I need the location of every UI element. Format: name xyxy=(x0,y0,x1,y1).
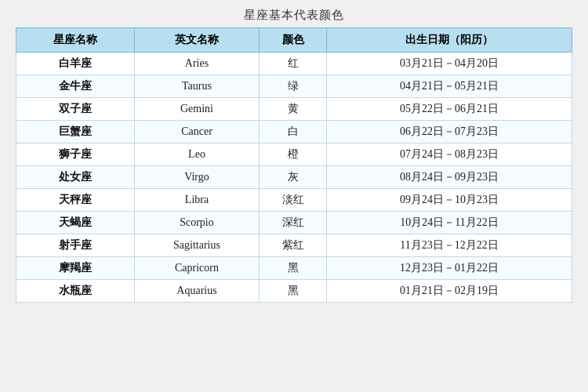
table-row: 射手座Sagittarius紫红11月23日－12月22日 xyxy=(16,234,572,257)
cell-english: Leo xyxy=(134,143,260,166)
cell-date: 03月21日－04月20日 xyxy=(327,53,572,75)
header-chinese: 星座名称 xyxy=(16,28,135,53)
cell-chinese: 白羊座 xyxy=(16,53,135,75)
table-header-row: 星座名称 英文名称 颜色 出生日期（阳历） xyxy=(16,28,572,53)
table-row: 摩羯座Capricorn黑12月23日－01月22日 xyxy=(16,257,572,280)
cell-date: 06月22日－07月23日 xyxy=(327,121,572,143)
cell-color: 绿 xyxy=(260,75,327,98)
cell-date: 09月24日－10月23日 xyxy=(327,189,572,212)
cell-chinese: 处女座 xyxy=(16,166,135,189)
cell-color: 黄 xyxy=(260,98,327,121)
table-row: 白羊座Aries红03月21日－04月20日 xyxy=(16,53,572,75)
cell-english: Capricorn xyxy=(134,257,260,280)
cell-color: 紫红 xyxy=(260,234,327,257)
cell-english: Aries xyxy=(134,53,260,75)
header-date: 出生日期（阳历） xyxy=(327,28,572,53)
cell-chinese: 射手座 xyxy=(16,234,135,257)
cell-chinese: 天蝎座 xyxy=(16,212,135,234)
cell-date: 07月24日－08月23日 xyxy=(327,143,572,166)
table-row: 金牛座Taurus绿04月21日－05月21日 xyxy=(16,75,572,98)
cell-date: 04月21日－05月21日 xyxy=(327,75,572,98)
zodiac-table: 星座名称 英文名称 颜色 出生日期（阳历） 白羊座Aries红03月21日－04… xyxy=(16,27,572,303)
cell-color: 黑 xyxy=(260,280,327,303)
header-color: 颜色 xyxy=(260,28,327,53)
cell-english: Gemini xyxy=(134,98,260,121)
cell-english: Sagittarius xyxy=(134,234,260,257)
cell-english: Taurus xyxy=(134,75,260,98)
cell-chinese: 摩羯座 xyxy=(16,257,135,280)
cell-color: 橙 xyxy=(260,143,327,166)
table-row: 天秤座Libra淡红09月24日－10月23日 xyxy=(16,189,572,212)
cell-date: 12月23日－01月22日 xyxy=(327,257,572,280)
cell-chinese: 天秤座 xyxy=(16,189,135,212)
cell-color: 白 xyxy=(260,121,327,143)
cell-date: 05月22日－06月21日 xyxy=(327,98,572,121)
cell-color: 红 xyxy=(260,53,327,75)
main-container: 星座基本代表颜色 星座名称 英文名称 颜色 出生日期（阳历） 白羊座Aries红… xyxy=(16,8,572,303)
cell-color: 黑 xyxy=(260,257,327,280)
page-title: 星座基本代表颜色 xyxy=(16,8,572,23)
table-row: 狮子座Leo橙07月24日－08月23日 xyxy=(16,143,572,166)
cell-english: Aquarius xyxy=(134,280,260,303)
cell-english: Scorpio xyxy=(134,212,260,234)
cell-chinese: 双子座 xyxy=(16,98,135,121)
table-row: 水瓶座Aquarius黑01月21日－02月19日 xyxy=(16,280,572,303)
cell-chinese: 巨蟹座 xyxy=(16,121,135,143)
cell-color: 灰 xyxy=(260,166,327,189)
table-row: 双子座Gemini黄05月22日－06月21日 xyxy=(16,98,572,121)
cell-english: Virgo xyxy=(134,166,260,189)
table-row: 天蝎座Scorpio深红10月24日－11月22日 xyxy=(16,212,572,234)
cell-chinese: 狮子座 xyxy=(16,143,135,166)
cell-chinese: 金牛座 xyxy=(16,75,135,98)
cell-english: Libra xyxy=(134,189,260,212)
cell-date: 10月24日－11月22日 xyxy=(327,212,572,234)
cell-date: 01月21日－02月19日 xyxy=(327,280,572,303)
header-english: 英文名称 xyxy=(134,28,260,53)
cell-english: Cancer xyxy=(134,121,260,143)
cell-date: 11月23日－12月22日 xyxy=(327,234,572,257)
cell-color: 淡红 xyxy=(260,189,327,212)
cell-date: 08月24日－09月23日 xyxy=(327,166,572,189)
table-row: 巨蟹座Cancer白06月22日－07月23日 xyxy=(16,121,572,143)
cell-chinese: 水瓶座 xyxy=(16,280,135,303)
cell-color: 深红 xyxy=(260,212,327,234)
table-row: 处女座Virgo灰08月24日－09月23日 xyxy=(16,166,572,189)
